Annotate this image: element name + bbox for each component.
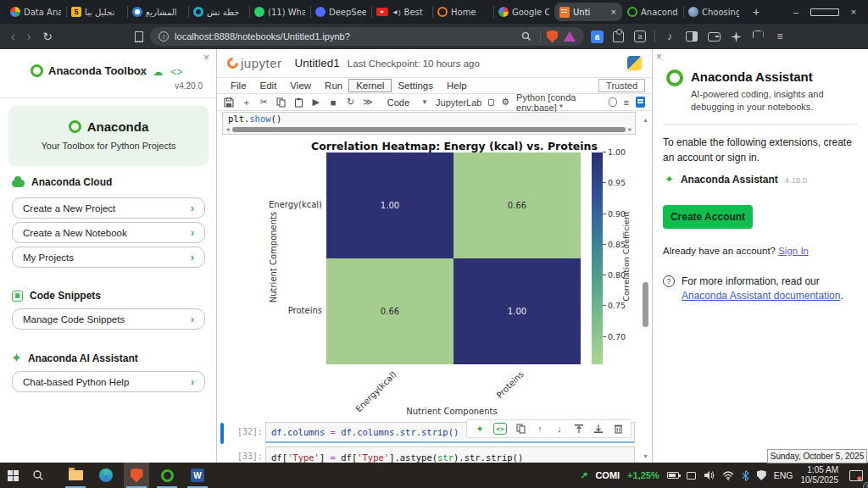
- word-icon[interactable]: W: [185, 463, 210, 488]
- address-bar[interactable]: i localhost:8888/notebooks/Untitled1.ipy…: [150, 27, 584, 46]
- scroll-down-icon[interactable]: ▼: [643, 453, 648, 459]
- paste-icon[interactable]: [293, 97, 303, 108]
- tab-google[interactable]: Google C: [493, 3, 554, 21]
- sign-in-link[interactable]: Sign In: [778, 246, 809, 256]
- tab-youtube[interactable]: ◄)Best: [371, 3, 432, 21]
- brave-rewards-icon[interactable]: [564, 31, 576, 42]
- cut-icon[interactable]: ✂: [259, 97, 268, 108]
- chat-python-help-button[interactable]: Chat-based Python Help›: [12, 371, 205, 392]
- run-icon[interactable]: ▶: [311, 97, 320, 108]
- jupyterlab-link[interactable]: JupyterLab: [436, 97, 481, 108]
- tab-jupyter-home[interactable]: Home: [432, 3, 493, 21]
- virtual-desktop-icon[interactable]: [687, 472, 696, 480]
- hamburger-icon[interactable]: ≡: [624, 97, 629, 108]
- extensions-puzzle-icon[interactable]: [610, 29, 626, 44]
- restart-run-all-icon[interactable]: ≫: [363, 97, 373, 108]
- bookmark-icon[interactable]: [135, 31, 143, 42]
- manage-snippets-button[interactable]: Manage Code Snippets›: [12, 308, 205, 330]
- menu-file[interactable]: File: [224, 80, 253, 92]
- tab-tahlil[interactable]: 5تحليل بيا: [66, 3, 127, 21]
- media-control-icon[interactable]: ♪: [662, 29, 677, 44]
- gear-icon[interactable]: ⚙: [501, 97, 509, 108]
- code-icon[interactable]: <>: [170, 66, 182, 78]
- boxed-a-extension-icon[interactable]: a: [632, 29, 648, 44]
- documentation-link[interactable]: Anaconda Assistant documentation: [682, 290, 840, 302]
- back-button[interactable]: ‹: [8, 30, 18, 42]
- table-view-icon[interactable]: [636, 97, 645, 108]
- insert-cell-above-icon[interactable]: [573, 423, 585, 435]
- restart-kernel-icon[interactable]: ↻: [346, 97, 355, 108]
- tab-close-icon[interactable]: ×: [610, 7, 617, 17]
- code-cell-32[interactable]: [32]: df.columns = df.columns.str.strip(…: [217, 422, 640, 445]
- maximize-button[interactable]: [810, 0, 839, 24]
- speaker-icon[interactable]: [704, 470, 715, 480]
- taskbar-search-icon[interactable]: [25, 463, 51, 488]
- tab-anaconda[interactable]: Anacond: [622, 3, 683, 21]
- defender-icon[interactable]: ×: [757, 470, 766, 480]
- home-icon[interactable]: ⌂: [139, 66, 145, 78]
- tab-khutta[interactable]: خطة تش: [188, 3, 249, 21]
- menu-icon[interactable]: ≡: [772, 29, 787, 44]
- stop-icon[interactable]: ■: [328, 97, 337, 108]
- tab-untitled-active[interactable]: Unti×: [554, 3, 622, 21]
- forward-button[interactable]: ›: [25, 30, 34, 42]
- translate-extension-icon[interactable]: a: [591, 30, 604, 43]
- menu-kernel[interactable]: Kernel: [349, 80, 391, 92]
- menu-run[interactable]: Run: [318, 80, 349, 92]
- menu-settings[interactable]: Settings: [391, 80, 440, 92]
- start-button[interactable]: [0, 463, 25, 488]
- close-window-button[interactable]: ×: [839, 0, 868, 24]
- anaconda-taskbar-icon[interactable]: [154, 463, 180, 488]
- brave-taskbar-icon[interactable]: [124, 463, 149, 488]
- move-cell-down-icon[interactable]: ↓: [554, 423, 565, 435]
- delete-cell-icon[interactable]: [612, 423, 624, 435]
- kernel-name[interactable]: Python [conda env:base] *: [516, 92, 602, 113]
- create-notebook-button[interactable]: Create a New Notebook›: [12, 222, 205, 243]
- move-cell-up-icon[interactable]: ↑: [534, 423, 546, 435]
- ai-sparkle-icon[interactable]: ✦: [474, 423, 486, 435]
- site-info-icon[interactable]: i: [159, 31, 169, 42]
- copy-icon[interactable]: [276, 97, 286, 108]
- edge-icon[interactable]: [93, 463, 119, 488]
- notification-center-icon[interactable]: 3: [849, 470, 863, 481]
- battery-icon[interactable]: [667, 472, 679, 479]
- save-icon[interactable]: [224, 97, 234, 108]
- code-chip-icon[interactable]: <>: [493, 423, 507, 435]
- menu-view[interactable]: View: [283, 80, 318, 92]
- wallet-icon[interactable]: [706, 29, 721, 44]
- minimize-button[interactable]: –: [782, 0, 810, 24]
- create-account-button[interactable]: Create Account: [663, 205, 753, 229]
- vertical-scrollbar-thumb[interactable]: [643, 282, 648, 327]
- clock[interactable]: 1:05 AM 10/5/2025: [801, 465, 839, 486]
- tab-whatsapp[interactable]: (11) Wha: [249, 3, 310, 21]
- menu-help[interactable]: Help: [440, 80, 474, 92]
- code-cell-top[interactable]: plt.show() ◄ ►: [222, 112, 636, 135]
- tab-choosing[interactable]: Choosing: [683, 3, 744, 21]
- bluetooth-icon[interactable]: [742, 470, 749, 481]
- my-projects-button[interactable]: My Projects›: [12, 247, 205, 268]
- new-tab-button[interactable]: +: [744, 5, 768, 19]
- brave-shield-icon[interactable]: [547, 30, 558, 43]
- scroll-right-icon[interactable]: ►: [627, 126, 633, 132]
- scroll-left-icon[interactable]: ◄: [225, 126, 231, 132]
- wifi-icon[interactable]: [722, 471, 734, 480]
- trusted-badge[interactable]: Trusted: [598, 79, 645, 92]
- tab-mashari[interactable]: المشاريع: [127, 3, 188, 21]
- menu-edit[interactable]: Edit: [253, 80, 284, 92]
- cloud-icon[interactable]: ☁: [153, 66, 163, 78]
- notebook-title[interactable]: Untitled1: [295, 57, 340, 69]
- stock-change[interactable]: +1,25%: [627, 470, 659, 480]
- sidebar-toggle-icon[interactable]: [684, 29, 699, 44]
- assistant-close-icon[interactable]: ×: [656, 52, 662, 62]
- tab-data-analysis[interactable]: Data Ana: [5, 3, 66, 21]
- stock-symbol[interactable]: COMI: [595, 470, 620, 480]
- add-cell-icon[interactable]: +: [242, 97, 251, 108]
- search-icon[interactable]: [519, 29, 534, 44]
- file-explorer-icon[interactable]: [63, 463, 88, 488]
- scroll-up-icon[interactable]: ▲: [643, 117, 648, 123]
- scrollbar-thumb[interactable]: [232, 127, 626, 132]
- create-project-button[interactable]: Create a New Project›: [12, 197, 205, 219]
- leo-ai-icon[interactable]: [728, 29, 743, 44]
- vpn-shield-icon[interactable]: [750, 29, 765, 44]
- toolbox-close-icon[interactable]: ×: [203, 53, 209, 63]
